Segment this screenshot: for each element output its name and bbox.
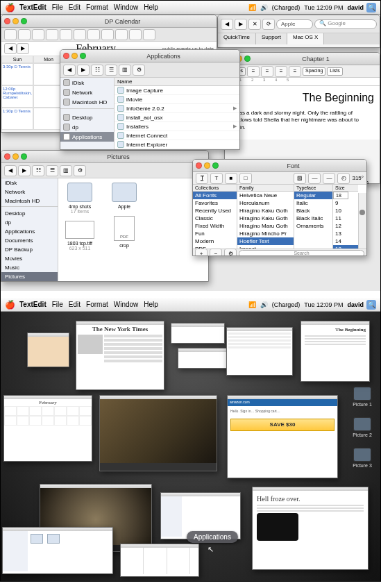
cal-btn[interactable] [143, 29, 155, 40]
user-menu[interactable]: david [347, 4, 364, 11]
zoom-icon[interactable] [80, 53, 86, 59]
cal-btn[interactable] [101, 29, 114, 40]
action-button[interactable]: ⚙ [74, 165, 86, 176]
desktop-file[interactable]: Picture 3 [348, 448, 376, 468]
cal-btn[interactable] [32, 29, 44, 40]
expose-window-nyt[interactable]: The New York Times [76, 321, 164, 390]
sidebar-item-applications[interactable]: Applications [60, 132, 114, 142]
collection-item[interactable]: All Fonts [193, 192, 237, 199]
sidebar-item[interactable]: DP Backup [1, 245, 58, 254]
list-item[interactable]: Internet Connect [115, 131, 239, 140]
user-menu[interactable]: david [347, 301, 364, 308]
expose-window-calendar[interactable]: February [3, 395, 92, 462]
desktop-file[interactable]: Picture 1 [348, 387, 376, 407]
size-slider[interactable] [358, 193, 366, 249]
volume-icon[interactable]: 🔊 [260, 301, 268, 308]
menu-window[interactable]: Window [114, 301, 139, 308]
airport-icon[interactable]: 📶 [248, 4, 256, 11]
collection-item[interactable]: Favorites [193, 199, 237, 207]
zoom-icon[interactable] [21, 153, 27, 160]
cal-btn[interactable] [60, 29, 72, 40]
sidebar-item[interactable]: Network [1, 187, 58, 196]
list-item[interactable]: Internet Explorer [115, 140, 239, 149]
stop-button[interactable]: ✕ [248, 19, 261, 30]
expose-window[interactable] [27, 333, 69, 367]
sidebar-item[interactable]: dp [60, 122, 114, 132]
calendar-cell[interactable]: 3:30p D Tennis [1, 63, 33, 85]
cal-btn[interactable] [87, 29, 100, 40]
family-item[interactable]: Hoefler Text [237, 237, 294, 245]
tab-support[interactable]: Support [256, 33, 287, 44]
zoom-icon[interactable] [244, 56, 251, 62]
shadow-slider[interactable]: — [323, 173, 335, 184]
zoom-icon[interactable] [212, 162, 219, 169]
reload-button[interactable]: ⟳ [262, 19, 275, 30]
expose-window-video[interactable] [99, 395, 217, 471]
menu-help[interactable]: Help [144, 301, 158, 308]
fwd-button[interactable]: ▶ [235, 19, 247, 30]
zoom-icon[interactable] [21, 18, 27, 24]
align-left-button[interactable]: ≡ [247, 66, 260, 77]
cal-btn[interactable] [115, 29, 128, 40]
apple-menu-icon[interactable]: 🍎 [5, 300, 15, 310]
menu-help[interactable]: Help [144, 3, 158, 11]
sidebar-item[interactable]: iDisk [1, 178, 58, 187]
family-item[interactable]: Impact [237, 245, 294, 249]
size-item[interactable]: 11 [333, 215, 358, 222]
size-item[interactable]: 12 [333, 222, 358, 230]
collection-item[interactable]: Classic [193, 215, 237, 222]
view-list-button[interactable]: ☰ [46, 165, 58, 176]
expose-window[interactable] [171, 323, 225, 344]
size-item[interactable]: 13 [333, 230, 358, 237]
fwd-button[interactable]: ▶ [18, 165, 31, 176]
size-item[interactable]: 9 [333, 199, 358, 207]
sidebar-item[interactable]: Network [60, 87, 114, 97]
sidebar-item[interactable]: iDisk [60, 78, 114, 87]
action-button[interactable]: ⚙ [224, 249, 237, 257]
sidebar-item[interactable]: Music [1, 263, 58, 272]
sidebar-item[interactable]: Documents [1, 236, 58, 245]
sidebar-item[interactable]: Desktop [60, 112, 114, 122]
expose-window-apple[interactable]: Hell froze over. [252, 487, 369, 570]
typeface-item[interactable]: Italic [294, 199, 332, 207]
battery-status[interactable]: (Charged) [272, 4, 300, 11]
expose-window-font[interactable] [120, 544, 199, 577]
typeface-item[interactable]: Regular [294, 192, 332, 199]
lists-select[interactable]: Lists [327, 67, 342, 76]
underline-button[interactable]: T̲ [196, 173, 208, 184]
app-name[interactable]: TextEdit [19, 301, 46, 308]
sidebar-item[interactable]: Applications [1, 227, 58, 236]
view-icon-button[interactable]: ☷ [32, 165, 44, 176]
font-search-field[interactable]: Search [239, 250, 364, 256]
apple-menu-icon[interactable]: 🍎 [5, 3, 15, 12]
action-button[interactable]: ⚙ [133, 65, 145, 76]
bgcolor-button[interactable]: □ [239, 173, 252, 184]
close-icon[interactable] [4, 18, 10, 24]
family-item[interactable]: Hiragino Kaku Goth [237, 207, 294, 215]
collection-item[interactable]: Recently Used [193, 207, 237, 215]
cal-btn[interactable] [4, 29, 17, 40]
search-field[interactable]: 🔍 Google [314, 19, 377, 29]
clock[interactable]: Tue 12:09 PM [304, 301, 343, 308]
menu-format[interactable]: Format [86, 301, 108, 308]
menu-edit[interactable]: Edit [69, 301, 81, 308]
folder-item[interactable]: 4mp shots17 items [62, 183, 97, 214]
volume-icon[interactable]: 🔊 [260, 4, 268, 11]
address-bar[interactable]: Apple [276, 19, 313, 29]
family-item[interactable]: Hiragino Kaku Goth [237, 215, 294, 222]
document-body[interactable]: The Beginning It was a dark and stormy n… [225, 86, 380, 140]
typeface-item[interactable]: Ornaments [294, 222, 332, 230]
battery-status[interactable]: (Charged) [272, 301, 300, 308]
expose-window[interactable] [226, 327, 293, 376]
shadow-button[interactable]: ▧ [294, 173, 306, 184]
back-button[interactable]: ◀ [4, 165, 17, 176]
back-button[interactable]: ◀ [63, 65, 76, 76]
sidebar-item[interactable]: Macintosh HD [60, 97, 114, 107]
tab-macosx[interactable]: Mac OS X [287, 33, 324, 44]
family-item[interactable]: Helvetica Neue [237, 192, 294, 199]
list-item[interactable]: InfoGenie 2.0.2▶ [115, 104, 239, 113]
view-column-button[interactable]: ▥ [119, 65, 131, 76]
list-item[interactable]: Image Capture [115, 86, 239, 95]
sidebar-item-pictures[interactable]: Pictures [1, 272, 58, 281]
color-button[interactable]: ■ [225, 173, 237, 184]
